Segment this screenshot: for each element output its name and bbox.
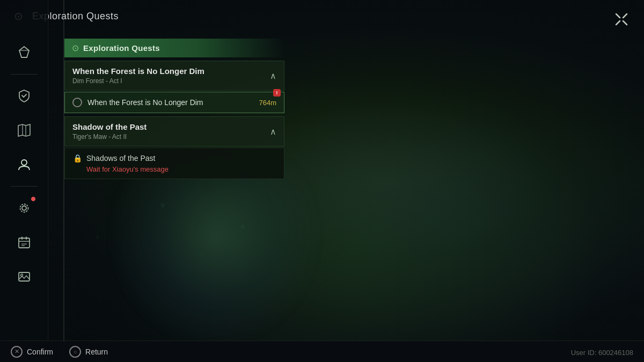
- svg-point-21: [20, 274, 23, 276]
- confirm-button[interactable]: ✕ Confirm: [11, 346, 53, 358]
- gear-icon: [17, 201, 31, 215]
- quest-sub-item-name-shadow: 🔒 Shadows of the Past: [72, 153, 276, 163]
- quest-group-shadow: Shadow of the Past Tiger's Maw - Act II …: [64, 116, 284, 179]
- lock-icon-shadow: 🔒: [72, 153, 82, 163]
- quest-group-subtitle-shadow: Tiger's Maw - Act II: [72, 133, 147, 141]
- quest-group-header-forest[interactable]: When the Forest is No Longer Dim Dim For…: [64, 61, 284, 91]
- quest-group-forest: When the Forest is No Longer Dim Dim For…: [64, 61, 284, 113]
- map-icon: [17, 123, 31, 137]
- svg-line-2: [616, 21, 620, 25]
- chevron-up-icon-shadow: ∧: [270, 127, 276, 137]
- quest-distance-forest: 764m: [259, 99, 276, 107]
- sidebar-item-gallery[interactable]: [9, 262, 39, 292]
- profile-icon: [17, 158, 31, 172]
- task-icon: [17, 235, 31, 249]
- quest-item-shadows-main[interactable]: 🔒 Shadows of the Past Wait for Xiaoyu's …: [64, 147, 284, 179]
- svg-line-3: [623, 21, 627, 25]
- quest-notification-forest: !: [273, 89, 281, 97]
- sidebar-item-map[interactable]: [9, 115, 39, 145]
- panel-header-title: Exploration Quests: [83, 43, 160, 53]
- svg-line-7: [24, 94, 26, 97]
- character-silhouette: [107, 161, 322, 349]
- crosshair-icon: [613, 11, 630, 27]
- svg-line-1: [623, 14, 627, 18]
- quest-item-name-forest: When the Forest is No Longer Dim: [87, 98, 253, 107]
- svg-rect-14: [19, 238, 30, 248]
- sidebar-item-quests[interactable]: [9, 81, 39, 111]
- svg-rect-20: [19, 272, 30, 281]
- svg-marker-4: [19, 47, 29, 57]
- panel-header: ⊙ Exploration Quests: [64, 39, 284, 57]
- sidebar-divider-2: [11, 186, 38, 187]
- confirm-label: Confirm: [27, 348, 53, 356]
- quest-group-title-shadow: Shadow of the Past: [72, 122, 147, 131]
- svg-marker-8: [18, 124, 30, 136]
- svg-point-11: [21, 160, 27, 165]
- crosshair-button[interactable]: [612, 10, 631, 29]
- shield-icon: [17, 89, 31, 103]
- side-strip: [48, 0, 64, 362]
- sidebar-item-tasks[interactable]: [9, 227, 39, 257]
- confirm-icon: ✕: [11, 346, 23, 358]
- settings-badge: [31, 196, 36, 202]
- quest-group-header-left-forest: When the Forest is No Longer Dim Dim For…: [72, 67, 204, 85]
- quest-panel: ⊙ Exploration Quests When the Forest is …: [64, 39, 284, 182]
- quest-group-subtitle-forest: Dim Forest - Act I: [72, 77, 204, 85]
- sidebar-item-profile[interactable]: [9, 150, 39, 180]
- quest-group-title-forest: When the Forest is No Longer Dim: [72, 67, 204, 76]
- return-icon: ○: [69, 346, 81, 358]
- svg-point-13: [20, 204, 28, 212]
- sidebar-item-settings[interactable]: [9, 193, 39, 223]
- gallery-icon: [17, 270, 31, 284]
- sidebar: [0, 0, 48, 362]
- quest-item-forest-main[interactable]: When the Forest is No Longer Dim 764m !: [64, 92, 284, 113]
- chevron-up-icon-forest: ∧: [270, 71, 276, 81]
- quest-sub-item-desc-shadow: Wait for Xiaoyu's message: [72, 165, 276, 173]
- svg-line-0: [616, 14, 620, 18]
- bottom-bar: ✕ Confirm ○ Return User ID: 600246108: [0, 341, 644, 362]
- quest-group-header-shadow[interactable]: Shadow of the Past Tiger's Maw - Act II …: [64, 116, 284, 146]
- quest-radio-forest: [72, 98, 82, 107]
- particle: [97, 236, 99, 238]
- diamond-icon: [17, 46, 31, 60]
- panel-header-icon: ⊙: [72, 43, 79, 53]
- sidebar-divider-1: [11, 74, 38, 75]
- header: ⊙ Exploration Quests: [0, 0, 644, 32]
- quest-group-header-left-shadow: Shadow of the Past Tiger's Maw - Act II: [72, 122, 147, 141]
- sidebar-item-home[interactable]: [9, 38, 39, 68]
- user-id: User ID: 600246108: [571, 349, 633, 357]
- svg-point-12: [22, 206, 26, 210]
- return-button[interactable]: ○ Return: [69, 346, 108, 358]
- return-label: Return: [85, 348, 108, 356]
